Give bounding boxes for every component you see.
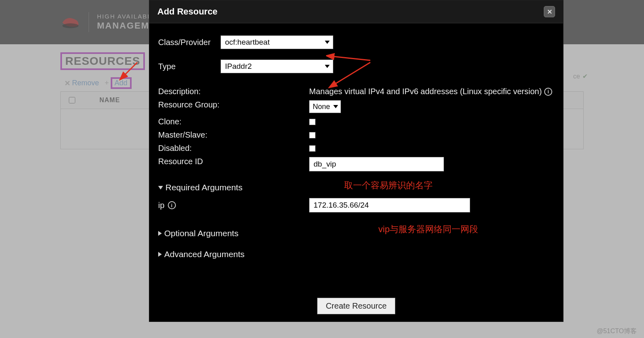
brand-line1: HIGH AVAILABIL — [97, 12, 156, 21]
description-value: Manages virtual IPv4 and IPv6 addresses … — [309, 87, 554, 96]
clone-row: Clone: — [158, 117, 554, 126]
svg-point-0 — [62, 23, 78, 28]
class-provider-value: ocf:heartbeat — [225, 38, 270, 47]
resource-group-label: Resource Group: — [158, 100, 309, 113]
modal-footer: Create Resource — [149, 298, 563, 314]
chevron-down-icon — [325, 41, 330, 44]
add-resource-modal: Add Resource ✕ Class/Provider ocf:heartb… — [149, 0, 564, 322]
brand-text: HIGH AVAILABIL MANAGEME — [97, 12, 156, 32]
required-args-header[interactable]: Required Arguments — [158, 183, 554, 192]
resource-id-input[interactable] — [309, 157, 444, 171]
master-slave-checkbox[interactable] — [309, 132, 316, 138]
class-provider-label: Class/Provider — [158, 38, 221, 47]
clone-checkbox[interactable] — [309, 119, 316, 125]
create-resource-button[interactable]: Create Resource — [317, 298, 395, 314]
x-icon: ✕ — [64, 79, 70, 88]
class-provider-row: Class/Provider ocf:heartbeat — [158, 35, 554, 49]
type-label: Type — [158, 62, 221, 71]
modal-body: Class/Provider ocf:heartbeat Type IPaddr… — [149, 23, 563, 269]
master-slave-row: Master/Slave: — [158, 130, 554, 140]
close-button[interactable]: ✕ — [544, 6, 555, 17]
close-icon: ✕ — [547, 8, 552, 16]
plus-icon: + — [105, 79, 109, 87]
disabled-row: Disabled: — [158, 144, 554, 153]
triangle-right-icon — [158, 231, 162, 236]
triangle-right-icon — [158, 252, 162, 257]
disabled-label: Disabled: — [158, 144, 309, 153]
chevron-down-icon — [325, 65, 330, 68]
remove-button[interactable]: ✕Remove — [64, 79, 99, 88]
triangle-down-icon — [158, 186, 163, 190]
column-name: NAME — [99, 97, 120, 104]
add-button[interactable]: Add — [111, 77, 132, 89]
right-partial-text: ce ✔ — [573, 72, 588, 80]
info-icon[interactable]: i — [544, 88, 552, 96]
resource-id-label: Resource ID — [158, 157, 309, 171]
info-icon[interactable]: i — [168, 201, 176, 209]
class-provider-select[interactable]: ocf:heartbeat — [221, 35, 333, 49]
clone-label: Clone: — [158, 117, 309, 126]
ip-label: ip i — [158, 198, 309, 212]
check-icon: ✔ — [582, 72, 588, 80]
resource-group-row: Resource Group: None — [158, 100, 554, 113]
description-label: Description: — [158, 87, 309, 96]
resource-id-row: Resource ID — [158, 157, 554, 171]
advanced-args-header[interactable]: Advanced Arguments — [158, 249, 554, 259]
redhat-logo-icon — [60, 14, 80, 30]
brand-divider — [89, 12, 89, 32]
watermark: @51CTO博客 — [597, 327, 637, 336]
ip-row: ip i — [158, 198, 554, 212]
brand-line2: MANAGEME — [97, 20, 156, 32]
chevron-down-icon — [333, 105, 338, 108]
type-value: IPaddr2 — [225, 62, 252, 71]
section-title-resources: RESOURCES — [60, 52, 145, 70]
description-row: Description: Manages virtual IPv4 and IP… — [158, 87, 554, 96]
type-row: Type IPaddr2 — [158, 60, 554, 73]
modal-title: Add Resource — [157, 6, 217, 17]
modal-header: Add Resource ✕ — [149, 0, 563, 23]
disabled-checkbox[interactable] — [309, 145, 316, 152]
type-select[interactable]: IPaddr2 — [221, 60, 333, 73]
master-slave-label: Master/Slave: — [158, 130, 309, 140]
ip-input[interactable] — [309, 198, 470, 212]
resource-group-select[interactable]: None — [309, 100, 341, 113]
optional-args-header[interactable]: Optional Arguments — [158, 229, 554, 238]
select-all-checkbox[interactable] — [69, 97, 75, 103]
add-button-wrap[interactable]: +Add — [105, 77, 132, 89]
